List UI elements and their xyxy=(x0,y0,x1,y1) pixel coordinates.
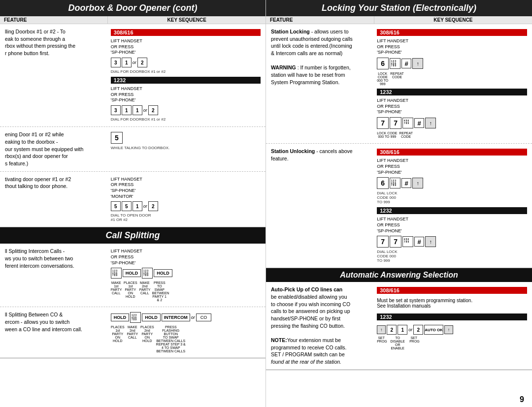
auto-key-2: 2 xyxy=(387,325,397,335)
dial-door-note: DIAL TO OPEN DOOR#1 OR #2 xyxy=(111,213,261,222)
arrow-key-2: ↑ xyxy=(425,118,436,128)
right-model-badge-1232: 1232 xyxy=(377,89,527,95)
station-unlock-text: Station Unlocking - cancels above featur… xyxy=(268,147,374,265)
svg-text:7 8 9: 7 8 9 xyxy=(132,319,137,321)
key-3b: 3 xyxy=(111,105,121,115)
hash-key-1: # xyxy=(401,59,411,68)
key-1b: 1 xyxy=(122,105,132,115)
unlock-key-6: 6 xyxy=(377,177,389,189)
station-lock-row: Station Locking - allows users to preven… xyxy=(266,24,532,144)
right-key-seq-col: KEY SEQUENCE xyxy=(374,16,532,24)
hash-key-4: # xyxy=(414,237,424,247)
doorbox-call-keys: 308/616 LIFT HANDSETOR PRESS'SP-PHONE' 3… xyxy=(108,27,264,124)
co-box: CO xyxy=(196,313,212,321)
key-5a: 5 xyxy=(111,132,123,144)
left-header-text: Doorbox & Door Opener (cont) xyxy=(68,3,198,13)
door-open-keys: 5 WHILE TALKING TO DOORBOX. xyxy=(108,130,264,168)
left-page: Doorbox & Door Opener (cont) FEATURE KEY… xyxy=(0,0,266,407)
grid-key-1: 1 2 3 4 5 6 7 8 9 xyxy=(111,268,122,279)
call-splitting-header: Call Splitting xyxy=(0,227,266,244)
station-unlock-row: Station Unlocking - cancels above featur… xyxy=(266,144,532,268)
grid-key-3: 1 2 3 4 5 6 7 8 9 xyxy=(130,312,141,323)
svg-text:7 8 9: 7 8 9 xyxy=(112,275,118,277)
arrow-key-3: ↑ xyxy=(412,178,423,188)
hold-box-2: HOLD xyxy=(154,269,172,277)
arrow-auto-2: ↑ xyxy=(444,325,453,334)
co-split-text: ll Splitting Between CO & ercom - allows… xyxy=(2,310,108,355)
svg-text:7 8 9: 7 8 9 xyxy=(391,184,397,187)
key-1d: 1 xyxy=(133,201,142,211)
right-header-text: Locking Your Station (Electronically) xyxy=(322,3,476,13)
svg-text:7 8 9: 7 8 9 xyxy=(143,275,149,277)
dial-note-1232: DIAL FOR DOORBOX #1 or #2 xyxy=(111,117,261,122)
auto-answer-header: Automatic Answering Selection xyxy=(266,268,532,282)
door-open-text: ening Door #1 or #2 while eaking to the … xyxy=(2,130,108,168)
auto-key-1: 1 xyxy=(398,325,407,335)
hold-box-1: HOLD xyxy=(123,269,141,277)
lift-text-616: LIFT HANDSETOR PRESS'SP-PHONE' xyxy=(111,38,261,56)
hold-box-3: HOLD xyxy=(111,313,130,321)
key-1c: 1 xyxy=(133,105,142,115)
arrow-key-1: ↑ xyxy=(412,58,423,69)
grid-unlock-2: 4 5 6 7 8 9 xyxy=(402,236,413,247)
hold-box-4: HOLD xyxy=(142,313,161,321)
left-header: Doorbox & Door Opener (cont) xyxy=(0,0,266,16)
auto-616-text: Must be set at system programming statio… xyxy=(377,298,527,309)
auto-badge-616: 308/616 xyxy=(377,287,527,294)
while-talking-note: WHILE TALKING TO DOORBOX. xyxy=(111,146,261,150)
grid-key-2: 1 2 3 4 5 6 7 8 9 xyxy=(142,268,153,279)
grid-lock-2: 4 5 6 7 8 9 xyxy=(402,118,413,128)
auto-answer-text: Auto-Pick Up of CO lines can be enabled/… xyxy=(268,285,374,367)
station-lock-text: Station Locking - allows users to preven… xyxy=(268,27,374,140)
grid-unlock-1: 1 2 3 4 5 6 7 8 9 xyxy=(390,178,400,188)
lock-key-7a: 7 xyxy=(377,117,389,129)
station-unlock-keys: 308/616 LIFT HANDSETOR PRESS'SP-PHONE' 6… xyxy=(374,147,530,265)
intercom-split-row: ll Splitting Intercom Calls - ws you to … xyxy=(0,244,266,307)
feature-col-label: FEATURE xyxy=(0,16,108,24)
warning-text: WARNING xyxy=(271,64,296,70)
unlock-key-7: 7 xyxy=(377,236,389,248)
grid-lock-1: 1 2 3 4 5 6 7 8 9 xyxy=(390,58,400,69)
auto-answer-row: Auto-Pick Up of CO lines can be enabled/… xyxy=(266,282,532,370)
arrow-auto-1: ↑ xyxy=(377,325,386,334)
co-split-keys: HOLD 1 2 3 4 5 6 7 8 9 HOLD INTERCOM or … xyxy=(108,310,264,355)
unlock-key-7b: 7 xyxy=(390,236,401,248)
right-bottom: 9 xyxy=(266,370,532,407)
auto-badge-1232: 1232 xyxy=(377,313,527,320)
svg-text:7 8 9: 7 8 9 xyxy=(391,64,397,67)
split-labels-row: MAKE1st PARTYCALL PLACES1st PARTYON HOLD… xyxy=(111,281,261,302)
dial-note-616: DIAL FOR DOORBOX #1 or #2 xyxy=(111,69,261,74)
lift-text-1232: LIFT HANDSETOR PRESS'SP-PHONE' xyxy=(111,86,261,103)
doorbox-call-row: lling Doorbox #1 or #2 - To eak to someo… xyxy=(0,24,266,127)
intercom-box: INTERCOM xyxy=(162,313,190,321)
auto-answer-keys: 308/616 Must be set at system programmin… xyxy=(374,285,530,367)
intercom-split-keys: LIFT HANDSETOR PRESS'SP-PHONE' 1 2 3 4 5… xyxy=(108,247,264,304)
key-seq-col-label: KEY SEQUENCE xyxy=(108,16,266,24)
key-2b: 2 xyxy=(148,105,158,115)
intercom-split-text: ll Splitting Intercom Calls - ws you to … xyxy=(2,247,108,304)
key-5c: 5 xyxy=(122,201,132,211)
door-opener-row: tivating door opener #1 or #2 thout talk… xyxy=(0,172,266,228)
key-1a: 1 xyxy=(122,58,132,67)
right-feature-col: FEATURE xyxy=(266,16,374,24)
keys-1232-row: 3 1 1 or 2 xyxy=(111,105,261,115)
key-3: 3 xyxy=(111,58,121,67)
model-badge-616: 308/616 xyxy=(111,29,261,36)
right-model-badge-616: 308/616 xyxy=(377,29,527,36)
right-header: Locking Your Station (Electronically) xyxy=(266,0,532,16)
arrow-key-4: ↑ xyxy=(425,236,436,247)
key-2a: 2 xyxy=(137,58,147,67)
model-badge-1232: 1232 xyxy=(111,77,261,84)
lock-key-7b: 7 xyxy=(390,117,401,129)
left-bottom-space xyxy=(0,358,266,407)
right-column-headers: FEATURE KEY SEQUENCE xyxy=(266,16,532,24)
svg-text:7 8 9: 7 8 9 xyxy=(404,241,409,243)
co-split-labels: PLACES1st PARTYON HOLD MAKE2nd PARTYCALL… xyxy=(111,325,261,353)
page-number: 9 xyxy=(520,395,524,404)
auto-key-prog: AUTO OK xyxy=(424,325,443,335)
door-opener-text: tivating door opener #1 or #2 thout talk… xyxy=(2,175,108,224)
svg-text:7 8 9: 7 8 9 xyxy=(404,122,409,125)
hash-key-3: # xyxy=(401,178,411,188)
lift-text-opener: LIFT HANDSETOR PRESS'SP-PHONE''MONITOR' xyxy=(111,177,261,200)
keys-616-row: 3 1 or 2 xyxy=(111,58,261,67)
